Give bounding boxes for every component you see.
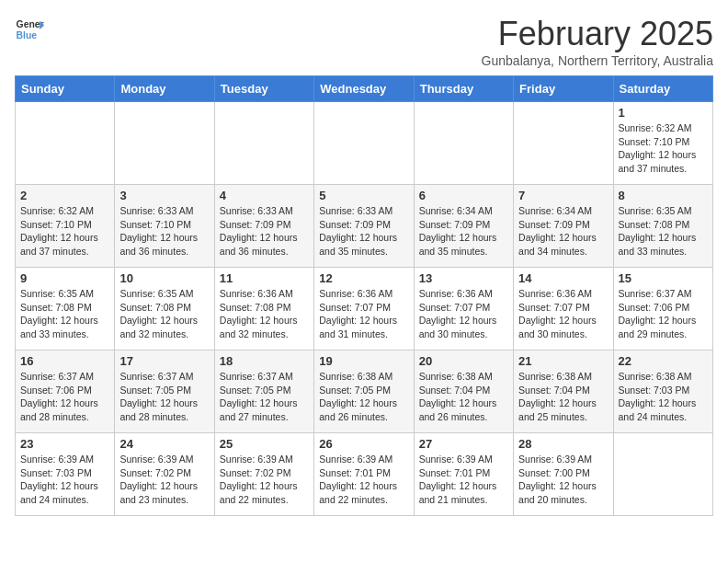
day-number: 15 <box>619 271 708 285</box>
day-info: Sunrise: 6:37 AM Sunset: 7:05 PM Dayligh… <box>220 370 309 424</box>
day-number: 20 <box>419 354 508 368</box>
day-number: 2 <box>20 189 109 202</box>
calendar-cell: 15Sunrise: 6:37 AM Sunset: 7:06 PM Dayli… <box>613 268 712 350</box>
calendar-cell: 22Sunrise: 6:38 AM Sunset: 7:03 PM Dayli… <box>613 350 712 433</box>
day-info: Sunrise: 6:34 AM Sunset: 7:09 PM Dayligh… <box>419 204 508 259</box>
calendar-body: 1Sunrise: 6:32 AM Sunset: 7:10 PM Daylig… <box>16 102 713 516</box>
day-info: Sunrise: 6:39 AM Sunset: 7:02 PM Dayligh… <box>220 453 309 507</box>
calendar-cell: 8Sunrise: 6:35 AM Sunset: 7:08 PM Daylig… <box>613 185 712 268</box>
page-header: General Blue February 2025 Gunbalanya, N… <box>15 15 713 68</box>
calendar-cell: 27Sunrise: 6:39 AM Sunset: 7:01 PM Dayli… <box>414 433 513 516</box>
calendar-cell <box>613 433 712 516</box>
calendar-cell: 11Sunrise: 6:36 AM Sunset: 7:08 PM Dayli… <box>214 268 313 350</box>
weekday-monday: Monday <box>115 76 214 102</box>
calendar-cell: 19Sunrise: 6:38 AM Sunset: 7:05 PM Dayli… <box>314 350 414 433</box>
day-number: 7 <box>518 189 608 202</box>
weekday-friday: Friday <box>514 76 613 102</box>
day-number: 19 <box>319 354 408 368</box>
day-info: Sunrise: 6:33 AM Sunset: 7:09 PM Dayligh… <box>319 204 408 259</box>
day-info: Sunrise: 6:36 AM Sunset: 7:07 PM Dayligh… <box>518 287 608 341</box>
day-info: Sunrise: 6:39 AM Sunset: 7:00 PM Dayligh… <box>518 453 608 507</box>
weekday-thursday: Thursday <box>414 76 513 102</box>
logo: General Blue <box>15 15 48 44</box>
calendar-cell: 18Sunrise: 6:37 AM Sunset: 7:05 PM Dayli… <box>214 350 313 433</box>
week-row-3: 9Sunrise: 6:35 AM Sunset: 7:08 PM Daylig… <box>16 268 713 350</box>
calendar-cell: 4Sunrise: 6:33 AM Sunset: 7:09 PM Daylig… <box>214 185 313 268</box>
day-number: 16 <box>20 354 109 368</box>
day-number: 11 <box>220 271 309 285</box>
calendar-table: SundayMondayTuesdayWednesdayThursdayFrid… <box>15 75 713 516</box>
calendar-cell: 23Sunrise: 6:39 AM Sunset: 7:03 PM Dayli… <box>16 433 115 516</box>
calendar-cell: 26Sunrise: 6:39 AM Sunset: 7:01 PM Dayli… <box>314 433 414 516</box>
day-number: 10 <box>119 271 209 285</box>
location: Gunbalanya, Northern Territory, Australi… <box>482 53 713 68</box>
day-info: Sunrise: 6:37 AM Sunset: 7:06 PM Dayligh… <box>619 287 708 341</box>
day-number: 28 <box>518 437 608 451</box>
calendar-cell <box>214 102 313 185</box>
day-number: 6 <box>419 189 508 202</box>
day-info: Sunrise: 6:38 AM Sunset: 7:05 PM Dayligh… <box>319 370 408 424</box>
month-title: February 2025 <box>482 15 713 53</box>
day-info: Sunrise: 6:38 AM Sunset: 7:04 PM Dayligh… <box>419 370 508 424</box>
calendar-cell: 1Sunrise: 6:32 AM Sunset: 7:10 PM Daylig… <box>613 102 712 185</box>
day-number: 24 <box>119 437 209 451</box>
week-row-2: 2Sunrise: 6:32 AM Sunset: 7:10 PM Daylig… <box>16 185 713 268</box>
day-info: Sunrise: 6:32 AM Sunset: 7:10 PM Dayligh… <box>619 121 708 176</box>
calendar-cell: 21Sunrise: 6:38 AM Sunset: 7:04 PM Dayli… <box>514 350 613 433</box>
calendar-cell: 7Sunrise: 6:34 AM Sunset: 7:09 PM Daylig… <box>514 185 613 268</box>
calendar-cell: 16Sunrise: 6:37 AM Sunset: 7:06 PM Dayli… <box>16 350 115 433</box>
weekday-sunday: Sunday <box>16 76 115 102</box>
day-info: Sunrise: 6:39 AM Sunset: 7:02 PM Dayligh… <box>119 453 209 507</box>
calendar-cell: 9Sunrise: 6:35 AM Sunset: 7:08 PM Daylig… <box>16 268 115 350</box>
day-number: 12 <box>319 271 408 285</box>
day-number: 3 <box>119 189 209 202</box>
day-number: 14 <box>518 271 608 285</box>
day-number: 1 <box>619 106 708 120</box>
weekday-wednesday: Wednesday <box>314 76 414 102</box>
day-info: Sunrise: 6:38 AM Sunset: 7:04 PM Dayligh… <box>518 370 608 424</box>
day-number: 26 <box>319 437 408 451</box>
day-info: Sunrise: 6:35 AM Sunset: 7:08 PM Dayligh… <box>20 287 109 341</box>
calendar-cell: 20Sunrise: 6:38 AM Sunset: 7:04 PM Dayli… <box>414 350 513 433</box>
day-info: Sunrise: 6:32 AM Sunset: 7:10 PM Dayligh… <box>20 204 109 259</box>
calendar-cell: 24Sunrise: 6:39 AM Sunset: 7:02 PM Dayli… <box>115 433 214 516</box>
day-info: Sunrise: 6:36 AM Sunset: 7:07 PM Dayligh… <box>319 287 408 341</box>
day-info: Sunrise: 6:35 AM Sunset: 7:08 PM Dayligh… <box>619 204 708 259</box>
calendar-cell: 6Sunrise: 6:34 AM Sunset: 7:09 PM Daylig… <box>414 185 513 268</box>
day-number: 21 <box>518 354 608 368</box>
calendar-cell <box>314 102 414 185</box>
day-number: 5 <box>319 189 408 202</box>
logo-icon: General Blue <box>15 15 44 44</box>
svg-text:Blue: Blue <box>17 30 38 40</box>
calendar-cell: 17Sunrise: 6:37 AM Sunset: 7:05 PM Dayli… <box>115 350 214 433</box>
day-info: Sunrise: 6:38 AM Sunset: 7:03 PM Dayligh… <box>619 370 708 424</box>
weekday-saturday: Saturday <box>613 76 712 102</box>
calendar-cell: 5Sunrise: 6:33 AM Sunset: 7:09 PM Daylig… <box>314 185 414 268</box>
day-number: 23 <box>20 437 109 451</box>
day-number: 18 <box>220 354 309 368</box>
calendar-cell: 10Sunrise: 6:35 AM Sunset: 7:08 PM Dayli… <box>115 268 214 350</box>
day-info: Sunrise: 6:39 AM Sunset: 7:01 PM Dayligh… <box>319 453 408 507</box>
week-row-1: 1Sunrise: 6:32 AM Sunset: 7:10 PM Daylig… <box>16 102 713 185</box>
calendar-cell: 2Sunrise: 6:32 AM Sunset: 7:10 PM Daylig… <box>16 185 115 268</box>
calendar-cell: 25Sunrise: 6:39 AM Sunset: 7:02 PM Dayli… <box>214 433 313 516</box>
calendar-cell: 14Sunrise: 6:36 AM Sunset: 7:07 PM Dayli… <box>514 268 613 350</box>
calendar-cell: 12Sunrise: 6:36 AM Sunset: 7:07 PM Dayli… <box>314 268 414 350</box>
day-info: Sunrise: 6:33 AM Sunset: 7:09 PM Dayligh… <box>220 204 309 259</box>
title-area: February 2025 Gunbalanya, Northern Terri… <box>482 15 713 68</box>
day-info: Sunrise: 6:36 AM Sunset: 7:08 PM Dayligh… <box>220 287 309 341</box>
calendar-cell <box>115 102 214 185</box>
calendar-cell <box>414 102 513 185</box>
calendar-cell: 28Sunrise: 6:39 AM Sunset: 7:00 PM Dayli… <box>514 433 613 516</box>
day-info: Sunrise: 6:33 AM Sunset: 7:10 PM Dayligh… <box>119 204 209 259</box>
day-number: 22 <box>619 354 708 368</box>
day-number: 9 <box>20 271 109 285</box>
calendar-cell <box>514 102 613 185</box>
day-number: 8 <box>619 189 708 202</box>
weekday-tuesday: Tuesday <box>214 76 313 102</box>
weekday-header-row: SundayMondayTuesdayWednesdayThursdayFrid… <box>16 76 713 102</box>
calendar-cell <box>16 102 115 185</box>
day-info: Sunrise: 6:39 AM Sunset: 7:03 PM Dayligh… <box>20 453 109 507</box>
day-info: Sunrise: 6:37 AM Sunset: 7:06 PM Dayligh… <box>20 370 109 424</box>
week-row-5: 23Sunrise: 6:39 AM Sunset: 7:03 PM Dayli… <box>16 433 713 516</box>
